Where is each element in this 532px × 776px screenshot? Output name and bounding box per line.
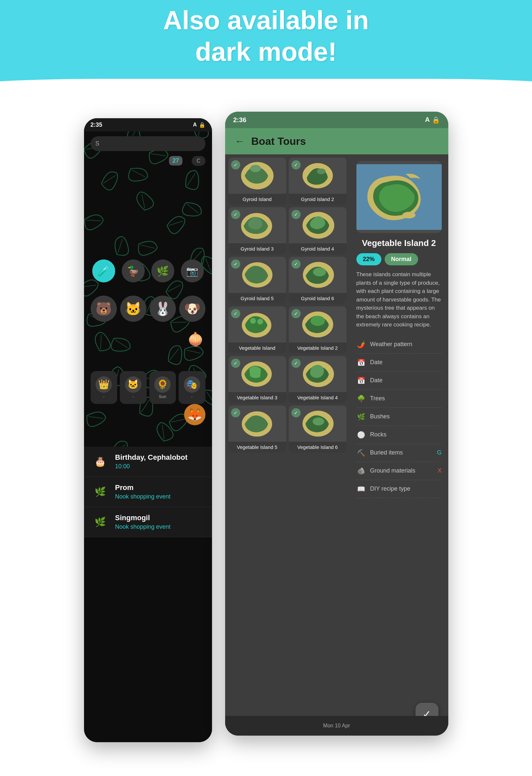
rocks-label: Rocks [370, 431, 442, 438]
ground-icon: 🪨 [356, 466, 366, 476]
villager-avatar-4: 🎭 [184, 376, 200, 393]
difficulty-badge: Normal [384, 253, 418, 265]
turnip-price: 27 [172, 157, 179, 164]
search-bar[interactable]: S [90, 136, 206, 151]
island-card-11[interactable]: ✓ Vegetable Island 5 [228, 406, 286, 452]
tool-icons-row: 🧪 🦆 🌿 📷 [84, 259, 212, 282]
island-name-2: Gyroid Island 2 [289, 194, 346, 205]
phone-right: 2:36 A 🔒 ← Boat Tours ✓ [225, 112, 448, 736]
rocks-icon: ⚪ [356, 430, 366, 440]
detail-row-date1: 📅 Date [356, 354, 442, 372]
island-check-4: ✓ [291, 210, 301, 219]
trees-label: Trees [370, 395, 442, 402]
svg-point-15 [313, 268, 326, 276]
date1-icon: 📅 [356, 358, 366, 368]
detail-description: These islands contain multiple plants of… [356, 270, 442, 329]
island-name-11: Vegetable Island 5 [228, 442, 286, 452]
island-card-10[interactable]: ✓ Vegetable Island 4 [289, 356, 346, 403]
island-card-1[interactable]: ✓ Gyroid Island [228, 158, 286, 205]
event-info-prom: Prom Nook shopping event [115, 483, 204, 500]
event-name-singmogil: Singmogil [115, 514, 204, 522]
villager-grid: 👑 - 🐱 - 🌻 Sun 🎭 - [84, 368, 212, 407]
island-check-7: ✓ [231, 309, 240, 318]
island-check-1: ✓ [231, 160, 240, 169]
detail-table: 🌶️ Weather pattern 📅 Date 📅 Date 🌳 Trees [356, 336, 442, 498]
island-grid-container: ✓ Gyroid Island ✓ [225, 154, 350, 736]
island-card-4[interactable]: ✓ Gyroid Island 4 [289, 207, 346, 254]
villager-card-3[interactable]: 🌻 Sun [149, 371, 176, 404]
right-content: ✓ Gyroid Island ✓ [225, 154, 448, 736]
island-card-12[interactable]: ✓ Vegetable Island 6 [289, 406, 346, 452]
potion-icon[interactable]: 🧪 [92, 259, 115, 282]
diy-icon: 📖 [356, 484, 366, 494]
svg-point-31 [312, 417, 324, 425]
char-rabbit[interactable]: 🐰 [150, 296, 176, 322]
lock-icon: 🔒 [199, 122, 206, 128]
island-name-12: Vegetable Island 6 [289, 442, 346, 452]
camera-icon[interactable]: 📷 [181, 259, 204, 282]
event-prom[interactable]: 🌿 Prom Nook shopping event [84, 477, 212, 507]
villager-name-2: - [132, 394, 134, 399]
island-name-7: Vegetable Island [228, 343, 286, 353]
island-name-5: Gyroid Island 5 [228, 293, 286, 304]
event-singmogil[interactable]: 🌿 Singmogil Nook shopping event [84, 507, 212, 537]
main-content: 2:35 A 🔒 S C 27 🧪 🦆 🌿 [0, 99, 532, 776]
large-island-map [356, 161, 442, 233]
svg-point-6 [317, 169, 325, 174]
island-card-9[interactable]: ✓ Vegetable Island 3 [228, 356, 286, 403]
svg-point-19 [257, 319, 263, 325]
date2-label: Date [370, 377, 442, 384]
villager-card-4[interactable]: 🎭 - [179, 371, 206, 404]
leaf-icon[interactable]: 🌿 [151, 259, 174, 282]
char-bear[interactable]: 🐻 [90, 296, 117, 322]
island-card-2[interactable]: ✓ Gyroid Island 2 [289, 158, 346, 205]
island-name-1: Gyroid Island [228, 194, 286, 205]
event-info-singmogil: Singmogil Nook shopping event [115, 514, 204, 530]
island-check-11: ✓ [231, 408, 240, 417]
char-cat[interactable]: 🐱 [120, 296, 147, 322]
bottom-bar-text: Mon 10 Apr [323, 723, 350, 729]
island-card-7[interactable]: ✓ Vegetable Island [228, 307, 286, 353]
category-pill[interactable]: C [192, 156, 206, 166]
date1-label: Date [370, 359, 442, 366]
category-label: C [197, 158, 201, 164]
weather-icon: 🌶️ [356, 340, 366, 349]
search-letter: S [95, 140, 99, 147]
island-card-8[interactable]: ✓ Vegetable Island 2 [289, 307, 346, 353]
event-name-prom: Prom [115, 483, 204, 492]
detail-row-trees: 🌳 Trees [356, 390, 442, 408]
header-section: Also available in dark mode! [0, 0, 532, 72]
char-dog[interactable]: 🐶 [179, 296, 206, 322]
island-card-6[interactable]: ✓ Gyroid Island 6 [289, 257, 346, 304]
number-badge: 27 [169, 156, 182, 166]
date2-icon: 📅 [356, 376, 366, 386]
island-card-5[interactable]: ✓ Gyroid Island 5 [228, 257, 286, 304]
island-card-3[interactable]: ✓ Gyroid Island 3 [228, 207, 286, 254]
island-check-9: ✓ [231, 359, 240, 368]
event-name-birthday: Birthday, Cephalobot [115, 453, 204, 462]
wave-divider [0, 72, 532, 99]
ground-label: Ground materials [370, 467, 434, 474]
island-check-3: ✓ [231, 210, 240, 219]
event-time-birthday: 10:00 [115, 463, 204, 470]
bushes-label: Bushes [370, 413, 442, 420]
villager-card-1[interactable]: 👑 - [90, 371, 117, 404]
left-status-icons: A 🔒 [193, 122, 206, 128]
island-name-10: Vegetable Island 4 [289, 392, 346, 403]
duck-icon[interactable]: 🦆 [122, 259, 145, 282]
android-icon: A [193, 122, 197, 128]
island-check-12: ✓ [291, 408, 301, 417]
island-grid: ✓ Gyroid Island ✓ [228, 158, 346, 452]
buried-label: Buried items [370, 449, 433, 456]
turnip-item: 🧅 [187, 332, 204, 347]
right-status-icons: A 🔒 [425, 116, 440, 124]
header-line1: Also available in [163, 6, 369, 35]
buried-icon: ⛏️ [356, 448, 366, 458]
back-button[interactable]: ← [235, 136, 245, 147]
event-birthday[interactable]: 🎂 Birthday, Cephalobot 10:00 [84, 447, 212, 477]
island-check-6: ✓ [291, 259, 301, 268]
villager-card-2[interactable]: 🐱 - [120, 371, 147, 404]
svg-point-33 [403, 212, 416, 218]
event-sub-singmogil: Nook shopping event [115, 524, 204, 530]
left-status-bar: 2:35 A 🔒 [84, 118, 212, 131]
